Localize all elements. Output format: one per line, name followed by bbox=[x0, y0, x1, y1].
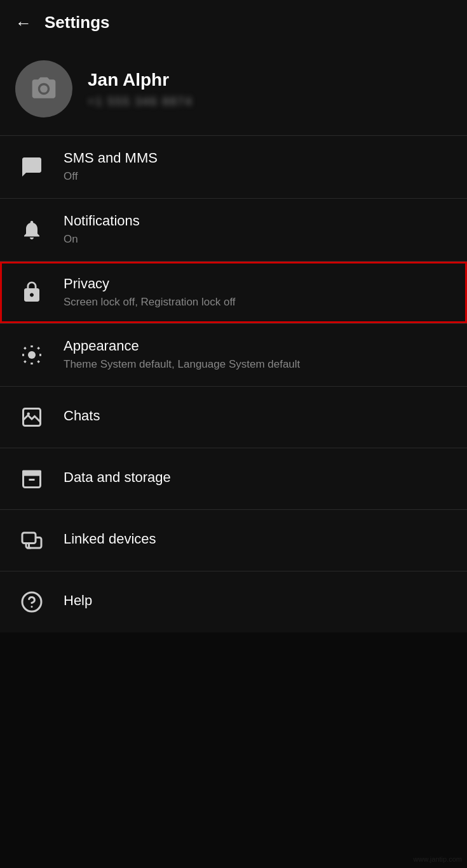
settings-item-data-storage[interactable]: Data and storage bbox=[0, 448, 467, 509]
privacy-text: Privacy Screen lock off, Registration lo… bbox=[64, 276, 452, 310]
settings-item-help[interactable]: Help bbox=[0, 571, 467, 632]
header: ← Settings bbox=[0, 0, 467, 43]
privacy-subtitle: Screen lock off, Registration lock off bbox=[64, 295, 452, 310]
notifications-subtitle: On bbox=[64, 232, 452, 247]
help-text: Help bbox=[64, 592, 452, 611]
svg-line-4 bbox=[38, 361, 39, 363]
sms-mms-title: SMS and MMS bbox=[64, 150, 452, 166]
data-storage-text: Data and storage bbox=[64, 469, 452, 488]
image-icon-container bbox=[15, 401, 48, 434]
settings-item-linked-devices[interactable]: Linked devices bbox=[0, 510, 467, 571]
back-button[interactable]: ← bbox=[15, 15, 32, 31]
profile-name: Jan Alphr bbox=[88, 70, 452, 90]
sms-mms-subtitle: Off bbox=[64, 169, 452, 184]
lock-icon bbox=[20, 281, 43, 304]
watermark: www.jantip.com bbox=[414, 855, 462, 863]
sun-icon-container bbox=[15, 338, 48, 371]
profile-info: Jan Alphr +1 555 346 8874 bbox=[88, 70, 452, 109]
chats-title: Chats bbox=[64, 408, 452, 424]
notifications-title: Notifications bbox=[64, 213, 452, 229]
camera-icon bbox=[30, 75, 58, 103]
settings-item-sms-mms[interactable]: SMS and MMS Off bbox=[0, 136, 467, 198]
profile-phone: +1 555 346 8874 bbox=[88, 95, 452, 109]
page-title: Settings bbox=[44, 13, 110, 32]
archive-icon-container bbox=[15, 462, 48, 495]
sun-icon bbox=[20, 344, 43, 366]
question-icon-container bbox=[15, 585, 48, 618]
appearance-text: Appearance Theme System default, Languag… bbox=[64, 338, 452, 372]
svg-point-17 bbox=[31, 606, 33, 608]
archive-icon bbox=[20, 467, 43, 490]
bell-icon-container bbox=[15, 213, 48, 246]
notifications-text: Notifications On bbox=[64, 213, 452, 247]
settings-item-appearance[interactable]: Appearance Theme System default, Languag… bbox=[0, 324, 467, 386]
svg-line-3 bbox=[24, 348, 25, 349]
chats-text: Chats bbox=[64, 408, 452, 427]
linked-devices-title: Linked devices bbox=[64, 531, 452, 547]
chat-bubble-icon bbox=[20, 156, 43, 178]
privacy-title: Privacy bbox=[64, 276, 452, 292]
settings-item-notifications[interactable]: Notifications On bbox=[0, 199, 467, 261]
settings-item-privacy[interactable]: Privacy Screen lock off, Registration lo… bbox=[0, 262, 467, 324]
question-icon bbox=[20, 591, 43, 613]
appearance-title: Appearance bbox=[64, 338, 452, 354]
profile-section[interactable]: Jan Alphr +1 555 346 8874 bbox=[0, 43, 467, 135]
appearance-subtitle: Theme System default, Language System de… bbox=[64, 357, 452, 372]
help-title: Help bbox=[64, 592, 452, 609]
image-icon bbox=[20, 406, 43, 429]
data-storage-title: Data and storage bbox=[64, 469, 452, 486]
settings-item-chats[interactable]: Chats bbox=[0, 387, 467, 448]
devices-icon-container bbox=[15, 524, 48, 557]
chat-bubble-icon-container bbox=[15, 150, 48, 184]
svg-line-8 bbox=[38, 348, 39, 349]
avatar bbox=[15, 60, 72, 117]
sms-mms-text: SMS and MMS Off bbox=[64, 150, 452, 184]
devices-icon bbox=[20, 529, 43, 552]
svg-rect-13 bbox=[22, 533, 36, 544]
svg-line-7 bbox=[24, 361, 25, 363]
lock-icon-container bbox=[15, 276, 48, 309]
svg-point-10 bbox=[27, 413, 30, 416]
bell-icon bbox=[20, 218, 43, 241]
linked-devices-text: Linked devices bbox=[64, 531, 452, 550]
settings-list: SMS and MMS Off Notifications On Privacy… bbox=[0, 136, 467, 632]
svg-point-0 bbox=[28, 351, 36, 359]
